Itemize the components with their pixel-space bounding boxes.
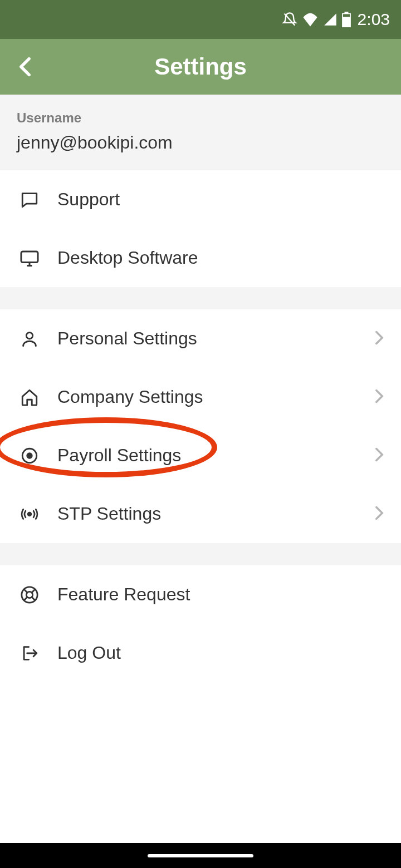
logout-icon xyxy=(17,644,42,663)
chevron-right-icon xyxy=(374,447,384,465)
record-icon xyxy=(17,446,42,465)
section-divider xyxy=(0,543,401,565)
chevron-right-icon xyxy=(374,330,384,348)
chat-icon xyxy=(17,190,42,209)
section-general: Support Desktop Software xyxy=(0,170,401,287)
person-icon xyxy=(17,329,42,348)
row-personal-settings[interactable]: Personal Settings xyxy=(0,309,401,368)
svg-line-12 xyxy=(24,589,27,593)
back-button[interactable] xyxy=(11,53,39,81)
row-label: Company Settings xyxy=(57,387,374,407)
lifebuoy-icon xyxy=(17,585,42,604)
status-bar: 2:03 xyxy=(0,0,401,39)
row-label: Log Out xyxy=(57,643,384,663)
app-bar: Settings xyxy=(0,39,401,95)
section-divider xyxy=(0,287,401,309)
wifi-icon xyxy=(302,12,319,27)
row-label: Personal Settings xyxy=(57,328,374,349)
section-other: Feature Request Log Out xyxy=(0,565,401,682)
monitor-icon xyxy=(17,248,42,268)
row-label: Desktop Software xyxy=(57,248,384,268)
row-support[interactable]: Support xyxy=(0,170,401,229)
username-label: Username xyxy=(17,110,384,126)
row-label: Payroll Settings xyxy=(57,445,374,466)
chevron-right-icon xyxy=(374,505,384,523)
svg-line-13 xyxy=(32,589,35,593)
row-label: Support xyxy=(57,189,384,210)
chevron-right-icon xyxy=(374,388,384,406)
row-label: STP Settings xyxy=(57,504,374,524)
row-label: Feature Request xyxy=(57,584,384,605)
home-icon xyxy=(17,388,42,407)
broadcast-icon xyxy=(17,505,42,524)
svg-rect-3 xyxy=(21,251,38,263)
svg-line-15 xyxy=(32,597,35,600)
nav-pill[interactable] xyxy=(148,854,253,857)
android-nav-bar[interactable] xyxy=(0,843,401,868)
page-title: Settings xyxy=(154,53,247,80)
row-logout[interactable]: Log Out xyxy=(0,624,401,682)
dnd-icon xyxy=(282,12,297,27)
row-company-settings[interactable]: Company Settings xyxy=(0,368,401,426)
username-block: Username jenny@bookipi.com xyxy=(0,95,401,170)
svg-point-9 xyxy=(28,512,31,516)
battery-icon xyxy=(342,12,351,27)
username-value: jenny@bookipi.com xyxy=(17,132,384,153)
svg-point-8 xyxy=(27,453,32,458)
section-settings: Personal Settings Company Settings Payr xyxy=(0,309,401,543)
signal-icon xyxy=(323,12,338,27)
svg-point-6 xyxy=(26,332,32,338)
svg-rect-2 xyxy=(343,17,350,27)
row-feature-request[interactable]: Feature Request xyxy=(0,565,401,624)
status-time: 2:03 xyxy=(358,10,390,29)
row-desktop-software[interactable]: Desktop Software xyxy=(0,229,401,287)
svg-line-14 xyxy=(24,597,27,600)
row-payroll-settings[interactable]: Payroll Settings xyxy=(0,426,401,485)
svg-point-11 xyxy=(26,591,32,598)
row-stp-settings[interactable]: STP Settings xyxy=(0,485,401,543)
